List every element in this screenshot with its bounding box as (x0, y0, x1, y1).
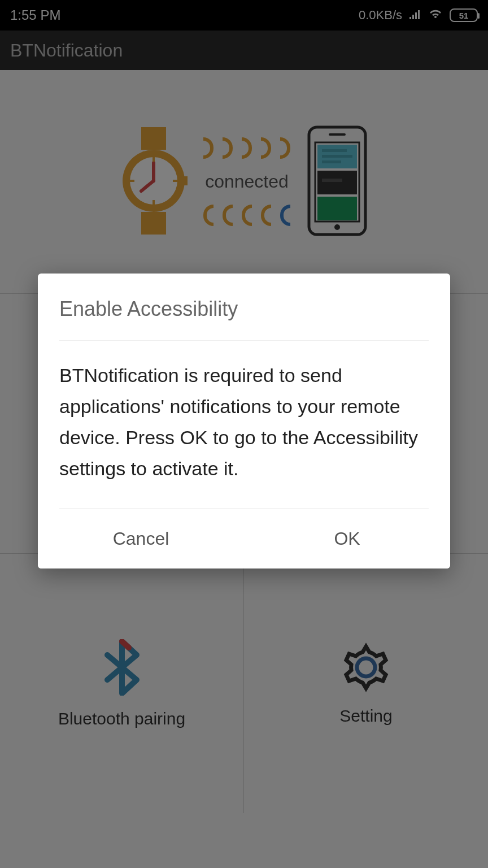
dialog-actions: Cancel OK (38, 509, 450, 568)
cancel-button[interactable]: Cancel (38, 509, 244, 568)
dialog-body-text: BTNotification is required to send appli… (38, 341, 450, 508)
ok-button[interactable]: OK (244, 509, 450, 568)
dialog-title: Enable Accessibility (38, 274, 450, 340)
accessibility-dialog: Enable Accessibility BTNotification is r… (38, 274, 450, 568)
